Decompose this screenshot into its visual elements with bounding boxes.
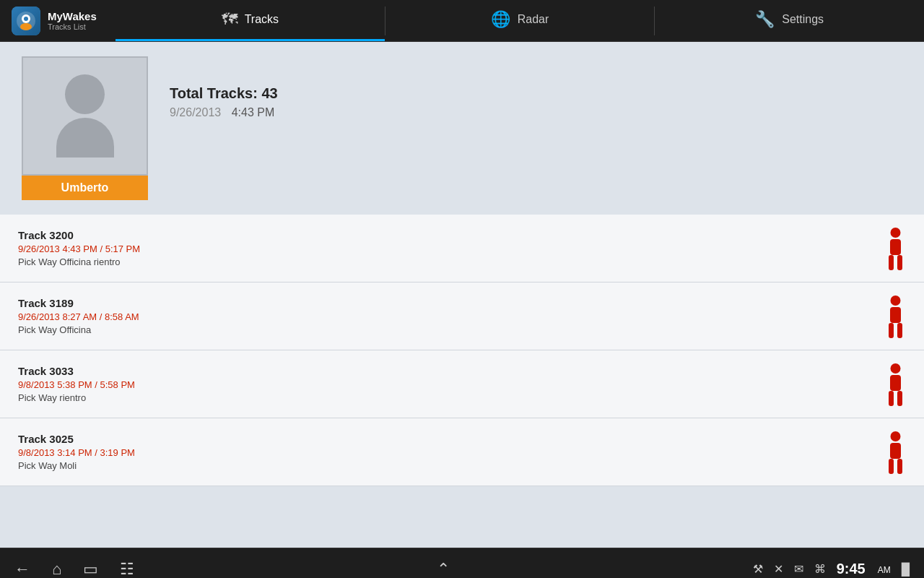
sync-date: 9/26/2013 xyxy=(170,106,221,118)
profile-info: Total Tracks: 43 9/26/2013 4:43 PM xyxy=(170,56,278,119)
tab-radar-label: Radar xyxy=(518,13,549,26)
person-figure-icon xyxy=(883,363,908,406)
bottom-nav-left: ← ⌂ ▭ ☷ xyxy=(14,560,134,579)
person-figure-icon xyxy=(883,227,908,270)
svg-rect-14 xyxy=(889,391,894,406)
bottom-nav-center: ⌃ xyxy=(134,560,752,579)
track-person-icon xyxy=(881,361,910,407)
top-navigation-bar: MyWakes Tracks List 🗺 Tracks 🌐 Radar 🔧 S… xyxy=(0,0,924,42)
track-item[interactable]: Track 3189 9/26/2013 8:27 AM / 8:58 AM P… xyxy=(0,282,924,350)
tab-tracks[interactable]: 🗺 Tracks xyxy=(116,0,385,41)
track-name: Track 3025 xyxy=(18,433,881,445)
track-time: 9/8/2013 5:38 PM / 5:58 PM xyxy=(18,379,881,390)
tracks-map-icon: 🗺 xyxy=(222,10,237,29)
track-time: 9/8/2013 3:14 PM / 3:19 PM xyxy=(18,447,881,458)
track-label: Pick Way Officina xyxy=(18,324,881,335)
app-icon-area: MyWakes Tracks List xyxy=(0,7,116,35)
home-button[interactable]: ⌂ xyxy=(52,560,61,579)
track-time: 9/26/2013 8:27 AM / 8:58 AM xyxy=(18,311,881,322)
app-icon xyxy=(12,7,40,35)
android-icon: ⚒ xyxy=(753,562,763,576)
svg-point-8 xyxy=(890,296,900,306)
app-name: MyWakes xyxy=(48,10,97,22)
track-name: Track 3200 xyxy=(18,229,881,241)
track-item[interactable]: Track 3025 9/8/2013 3:14 PM / 3:19 PM Pi… xyxy=(0,418,924,486)
chevron-up-icon[interactable]: ⌃ xyxy=(437,560,450,579)
usb-icon: ✕ xyxy=(774,562,783,576)
svg-rect-11 xyxy=(897,323,902,338)
tab-radar[interactable]: 🌐 Radar xyxy=(385,0,655,41)
avatar-container: Umberto xyxy=(22,56,148,200)
svg-point-3 xyxy=(24,17,28,21)
settings-wrench-icon: 🔧 xyxy=(755,10,775,29)
signal-icon: ⌘ xyxy=(814,562,826,576)
radar-globe-icon: 🌐 xyxy=(491,10,510,29)
svg-point-12 xyxy=(890,363,900,374)
username-banner: Umberto xyxy=(22,176,148,200)
grid-button[interactable]: ☷ xyxy=(120,560,134,579)
track-info: Track 3200 9/26/2013 4:43 PM / 5:17 PM P… xyxy=(18,229,881,267)
app-subtitle: Tracks List xyxy=(48,22,97,31)
svg-point-2 xyxy=(20,23,32,30)
svg-rect-17 xyxy=(890,443,901,459)
svg-point-4 xyxy=(890,228,900,238)
track-info: Track 3033 9/8/2013 5:38 PM / 5:58 PM Pi… xyxy=(18,365,881,403)
svg-rect-5 xyxy=(890,239,901,255)
app-logo-icon xyxy=(16,11,36,31)
svg-rect-9 xyxy=(890,307,901,323)
track-item[interactable]: Track 3200 9/26/2013 4:43 PM / 5:17 PM P… xyxy=(0,215,924,282)
nav-tabs: 🗺 Tracks 🌐 Radar 🔧 Settings xyxy=(116,0,924,41)
track-label: Pick Way Moli xyxy=(18,460,881,471)
tab-tracks-label: Tracks xyxy=(245,13,279,26)
tab-settings[interactable]: 🔧 Settings xyxy=(655,0,924,41)
profile-section: Umberto Total Tracks: 43 9/26/2013 4:43 … xyxy=(0,42,924,215)
clock-ampm: AM xyxy=(878,565,891,575)
sync-time: 4:43 PM xyxy=(232,106,275,118)
tab-settings-label: Settings xyxy=(782,13,824,26)
track-info: Track 3189 9/26/2013 8:27 AM / 8:58 AM P… xyxy=(18,297,881,335)
person-figure-icon xyxy=(883,431,908,474)
bottom-navigation-bar: ← ⌂ ▭ ☷ ⌃ ⚒ ✕ ✉ ⌘ 9:45 AM █ xyxy=(0,548,924,578)
svg-rect-18 xyxy=(889,459,894,474)
svg-rect-19 xyxy=(897,459,902,474)
wifi-signal-icon: █ xyxy=(902,563,910,576)
track-list: Track 3200 9/26/2013 4:43 PM / 5:17 PM P… xyxy=(0,215,924,486)
person-figure-icon xyxy=(883,295,908,338)
track-person-icon xyxy=(881,225,910,272)
last-sync-info: 9/26/2013 4:43 PM xyxy=(170,106,278,119)
track-label: Pick Way Officina rientro xyxy=(18,256,881,267)
main-content: Umberto Total Tracks: 43 9/26/2013 4:43 … xyxy=(0,42,924,548)
app-title-group: MyWakes Tracks List xyxy=(48,10,97,31)
svg-rect-6 xyxy=(889,255,894,270)
track-name: Track 3189 xyxy=(18,297,881,309)
svg-point-16 xyxy=(890,431,900,441)
bottom-nav-right: ⚒ ✕ ✉ ⌘ 9:45 AM █ xyxy=(753,561,910,577)
track-time: 9/26/2013 4:43 PM / 5:17 PM xyxy=(18,243,881,254)
track-label: Pick Way rientro xyxy=(18,392,881,403)
svg-rect-7 xyxy=(897,255,902,270)
track-person-icon xyxy=(881,428,910,475)
track-info: Track 3025 9/8/2013 3:14 PM / 3:19 PM Pi… xyxy=(18,433,881,471)
clock-display: 9:45 xyxy=(837,561,866,577)
avatar-image xyxy=(22,56,148,176)
total-tracks-count: Total Tracks: 43 xyxy=(170,85,278,102)
username-text: Umberto xyxy=(61,181,109,194)
svg-rect-10 xyxy=(889,323,894,338)
track-person-icon xyxy=(881,293,910,340)
back-button[interactable]: ← xyxy=(14,560,30,579)
track-name: Track 3033 xyxy=(18,365,881,377)
recent-apps-button[interactable]: ▭ xyxy=(83,560,98,579)
track-item[interactable]: Track 3033 9/8/2013 5:38 PM / 5:58 PM Pi… xyxy=(0,350,924,418)
avatar-head xyxy=(65,74,105,114)
email-icon: ✉ xyxy=(794,562,803,576)
svg-rect-13 xyxy=(890,375,901,391)
avatar-body xyxy=(56,118,114,158)
svg-rect-15 xyxy=(897,391,902,406)
